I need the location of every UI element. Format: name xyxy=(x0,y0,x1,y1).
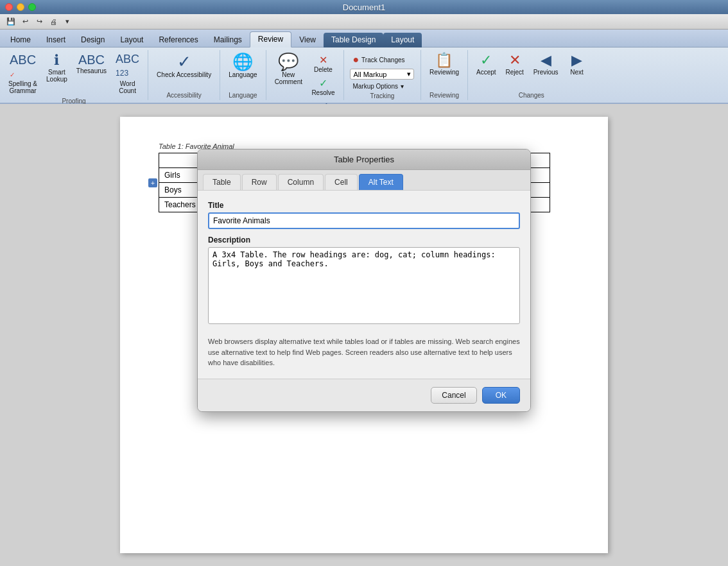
tab-table-layout[interactable]: Layout xyxy=(383,33,422,47)
dialog-footer: Cancel OK xyxy=(198,379,530,411)
description-field-label: Description xyxy=(208,236,520,244)
thesaurus-button[interactable]: ABC Thesaurus xyxy=(73,51,110,76)
toolbar-more-icon[interactable]: ▾ xyxy=(62,16,73,28)
language-button[interactable]: 🌐 Language xyxy=(225,51,261,80)
smart-lookup-button[interactable]: ℹ SmartLookup xyxy=(43,51,71,85)
window-title: Document1 xyxy=(343,3,385,12)
dialog-overlay: Table Properties Table Row Column Cell A… xyxy=(120,117,608,553)
accept-label: Accept xyxy=(476,69,496,76)
changes-group-label: Changes xyxy=(519,92,544,99)
smart-lookup-icon: ℹ xyxy=(54,53,59,67)
resolve-comment-button[interactable]: ✓ Resolve xyxy=(308,76,338,98)
title-bar: Document1 xyxy=(0,0,728,14)
language-label: Language xyxy=(229,71,257,78)
reject-icon: ✕ xyxy=(509,53,521,67)
toolbar-print-icon[interactable]: 🖨 xyxy=(48,16,59,28)
document-area: Table 1: Favorite Animal + Dog Cat Girls… xyxy=(0,104,728,566)
next-change-label: Next xyxy=(570,69,584,76)
delete-comment-button[interactable]: ✕ Delete xyxy=(308,53,338,74)
ribbon-tabs: Home Insert Design Layout References Mai… xyxy=(0,30,728,47)
ribbon-group-language: 🌐 Language Language xyxy=(220,50,266,100)
description-textarea[interactable]: A 3x4 Table. The row headings are: dog, … xyxy=(208,247,520,324)
dialog-tab-alt-text[interactable]: Alt Text xyxy=(359,174,403,190)
word-count-button[interactable]: ABC123 WordCount xyxy=(112,51,143,96)
ribbon-group-tracking: ● Track Changes All Markup ▾ Markup Opti… xyxy=(344,50,421,100)
resolve-icon: ✓ xyxy=(319,77,327,89)
reviewing-label: Reviewing xyxy=(429,69,459,76)
new-comment-label: NewComment xyxy=(275,71,302,85)
toolbar-save-icon[interactable]: 💾 xyxy=(5,16,17,28)
dialog-hint-text: Web browsers display alternative text wh… xyxy=(208,336,520,368)
tab-view[interactable]: View xyxy=(291,33,324,47)
track-changes-icon: ● xyxy=(352,54,359,65)
tab-layout[interactable]: Layout xyxy=(112,33,151,47)
next-change-button[interactable]: ▶ Next xyxy=(564,51,590,78)
accept-button[interactable]: ✓ Accept xyxy=(473,51,499,78)
title-input[interactable] xyxy=(208,212,520,229)
reviewing-pane-button[interactable]: 📋 Reviewing xyxy=(426,51,462,78)
tab-mailings[interactable]: Mailings xyxy=(206,33,250,47)
tab-insert[interactable]: Insert xyxy=(39,33,73,47)
resolve-label: Resolve xyxy=(311,89,334,96)
ribbon: ABC✓ Spelling &Grammar ℹ SmartLookup ABC… xyxy=(0,47,728,104)
new-comment-button[interactable]: 💬 NewComment xyxy=(272,51,306,87)
reviewing-group-label: Reviewing xyxy=(429,92,459,99)
tab-review[interactable]: Review xyxy=(250,31,291,47)
ribbon-group-comments: 💬 NewComment ✕ Delete ✓ Resolve ◀ Previo… xyxy=(266,50,344,100)
dialog-tab-column[interactable]: Column xyxy=(278,174,324,190)
markup-dropdown-arrow: ▾ xyxy=(407,70,411,78)
dialog-tab-table[interactable]: Table xyxy=(203,174,241,190)
dialog-tab-row[interactable]: Row xyxy=(242,174,277,190)
smart-lookup-label: SmartLookup xyxy=(46,69,67,83)
toolbar-redo-icon[interactable]: ↪ xyxy=(33,16,45,28)
toolbar-undo-icon[interactable]: ↩ xyxy=(19,16,31,28)
cancel-button[interactable]: Cancel xyxy=(431,387,476,404)
dialog-title: Table Properties xyxy=(198,150,530,170)
minimize-button[interactable] xyxy=(17,3,24,11)
tab-design[interactable]: Design xyxy=(73,33,112,47)
thesaurus-label: Thesaurus xyxy=(76,67,107,74)
reject-button[interactable]: ✕ Reject xyxy=(502,51,528,78)
close-button[interactable] xyxy=(5,3,13,11)
thesaurus-icon: ABC xyxy=(78,53,105,66)
ok-button[interactable]: OK xyxy=(482,387,520,404)
previous-change-label: Previous xyxy=(533,69,559,76)
table-properties-dialog: Table Properties Table Row Column Cell A… xyxy=(197,149,531,412)
language-icon: 🌐 xyxy=(232,53,253,70)
markup-options-button[interactable]: Markup Options ▾ xyxy=(350,81,414,91)
check-accessibility-icon: ✓ xyxy=(177,53,191,70)
toolbar-icons-bar: 💾 ↩ ↪ 🖨 ▾ xyxy=(0,14,728,30)
language-buttons: 🌐 Language xyxy=(225,51,261,90)
markup-dropdown[interactable]: All Markup ▾ xyxy=(350,69,414,80)
accessibility-buttons: ✓ Check Accessibility xyxy=(153,51,214,90)
markup-options-arrow: ▾ xyxy=(401,83,404,90)
document-page: Table 1: Favorite Animal + Dog Cat Girls… xyxy=(120,117,608,553)
dialog-body: Title Description A 3x4 Table. The row h… xyxy=(198,191,530,379)
dialog-tab-cell[interactable]: Cell xyxy=(325,174,358,190)
track-changes-label: Track Changes xyxy=(361,56,404,64)
accept-icon: ✓ xyxy=(480,53,492,67)
spelling-label: Spelling &Grammar xyxy=(8,80,37,94)
check-accessibility-label: Check Accessibility xyxy=(157,71,211,78)
check-accessibility-button[interactable]: ✓ Check Accessibility xyxy=(153,51,214,80)
ribbon-group-reviewing: 📋 Reviewing Reviewing xyxy=(421,50,468,100)
word-count-icon: ABC123 xyxy=(116,53,139,79)
ribbon-group-accessibility: ✓ Check Accessibility Accessibility xyxy=(148,50,220,100)
reject-label: Reject xyxy=(505,69,523,76)
tab-references[interactable]: References xyxy=(151,33,205,47)
next-change-icon: ▶ xyxy=(571,53,582,67)
track-changes-button[interactable]: ● Track Changes xyxy=(350,53,414,67)
previous-change-button[interactable]: ◀ Previous xyxy=(530,51,562,78)
title-field-label: Title xyxy=(208,201,520,210)
language-group-label: Language xyxy=(229,92,257,99)
tab-home[interactable]: Home xyxy=(3,33,39,47)
reviewing-buttons: 📋 Reviewing xyxy=(426,51,462,90)
ribbon-group-proofing: ABC✓ Spelling &Grammar ℹ SmartLookup ABC… xyxy=(0,50,148,100)
maximize-button[interactable] xyxy=(28,3,36,11)
word-count-label: WordCount xyxy=(119,80,136,94)
delete-label: Delete xyxy=(314,66,333,73)
tab-table-design[interactable]: Table Design xyxy=(324,33,383,47)
markup-dropdown-value: All Markup xyxy=(353,71,386,78)
delete-icon: ✕ xyxy=(319,54,327,66)
spelling-grammar-button[interactable]: ABC✓ Spelling &Grammar xyxy=(5,51,40,96)
